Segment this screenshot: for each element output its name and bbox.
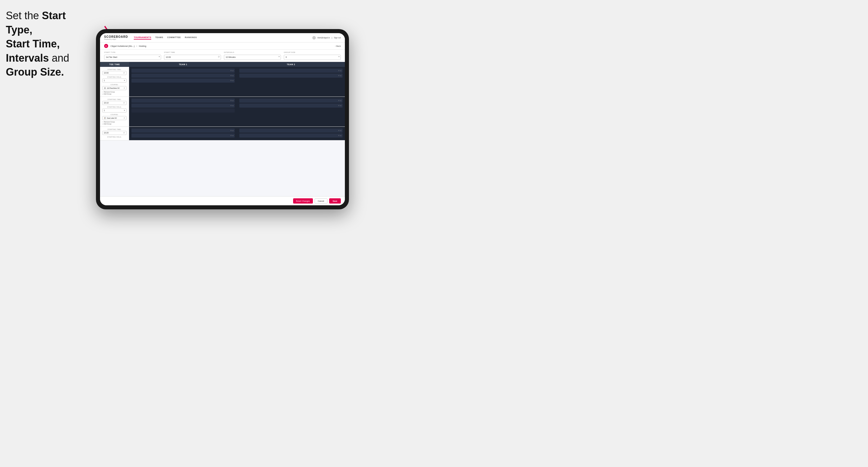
player-row: ✕ ▸	[131, 99, 235, 103]
user-avatar	[312, 36, 316, 39]
move-player-icon[interactable]: ▸	[341, 134, 341, 136]
left-panel-1: STARTING TIME: 10:00 ⏱ STARTING HOLE: 1 …	[100, 67, 129, 97]
nav-link-teams[interactable]: TEAMS	[155, 36, 163, 39]
move-player-icon[interactable]: ▸	[341, 69, 341, 71]
reset-changes-button[interactable]: Reset Changes	[293, 198, 313, 204]
save-button[interactable]: Save	[329, 198, 341, 204]
intervals-select[interactable]: 10 Minutes 8 Minutes 12 Minutes	[224, 55, 281, 60]
starting-time-value-3[interactable]: 10:20 ⏱	[102, 131, 126, 135]
start-type-label: Start Type	[104, 52, 161, 53]
main-content: STARTING TIME: 10:00 ⏱ STARTING HOLE: 1 …	[100, 67, 345, 196]
left-panel-2: STARTING TIME: 10:10 ⏱ STARTING HOLE: 1 …	[100, 97, 129, 126]
start-time-input-wrapper	[164, 54, 221, 60]
app-logo: C	[104, 44, 108, 48]
tablet-screen: SCOREBOARD Powered by clippd TOURNAMENTS…	[100, 33, 345, 205]
player-row: ✕ ▸	[239, 133, 343, 137]
remove-player-icon[interactable]: ✕	[338, 104, 340, 106]
team2-cell-1: ✕ ▸ ✕ ▸	[237, 67, 345, 97]
start-type-field: Start Type 1st Tee Start Shotgun Start	[104, 52, 161, 60]
course-icon-1: A	[104, 87, 106, 89]
settings-bar: Start Type 1st Tee Start Shotgun Start S…	[100, 50, 345, 62]
intervals-label: Intervals	[224, 52, 281, 53]
breadcrumb-bar: C Clippd Invitational (Mo...) > Hosting …	[100, 42, 345, 50]
player-row: ✕ ▸	[239, 103, 343, 107]
remove-group-2[interactable]: ○ Remove Group	[102, 121, 126, 123]
player-row: ✕ ▸	[131, 103, 235, 107]
remove-player-icon[interactable]: ✕	[230, 134, 232, 136]
remove-group-1[interactable]: ○ Remove Group	[102, 91, 126, 93]
nav-link-committee[interactable]: COMMITTEE	[167, 36, 181, 39]
starting-hole-value-1[interactable]: 1 ▾	[102, 79, 126, 83]
remove-player-icon[interactable]: ✕	[230, 74, 232, 76]
start-type-select-wrapper: 1st Tee Start Shotgun Start	[104, 54, 161, 60]
start-time-input[interactable]	[164, 55, 221, 60]
move-player-icon[interactable]: ▸	[232, 104, 234, 106]
course-tag-2: 🏌 East Lake GC ✕	[102, 116, 126, 120]
back-button[interactable]: ‹ Back	[335, 45, 341, 47]
intervals-select-wrapper: 10 Minutes 8 Minutes 12 Minutes	[224, 54, 281, 60]
move-player-icon[interactable]: ▸	[232, 134, 234, 136]
group-row: STARTING TIME: 10:10 ⏱ STARTING HOLE: 1 …	[100, 97, 345, 127]
hosting-label: Hosting	[139, 45, 146, 48]
start-type-select[interactable]: 1st Tee Start Shotgun Start	[104, 55, 161, 60]
logo-sub: Powered by clippd	[104, 38, 128, 40]
remove-player-icon[interactable]: ✕	[230, 99, 232, 101]
remove-player-icon[interactable]: ✕	[338, 129, 340, 131]
starting-hole-value-2[interactable]: 1 ▾	[102, 108, 126, 113]
group-size-label: Group Size	[284, 52, 341, 53]
group-size-input[interactable]	[284, 55, 341, 60]
course-remove-1[interactable]: ✕	[124, 87, 125, 89]
team2-cell-3: ✕ ▸ ✕ ▸	[237, 127, 345, 140]
player-row: ✕ ▸	[131, 73, 235, 77]
move-player-icon[interactable]: ▸	[341, 129, 341, 131]
remove-player-icon[interactable]: ✕	[338, 69, 340, 71]
move-player-icon[interactable]: ▸	[232, 80, 234, 82]
group-size-field: Group Size	[284, 52, 341, 60]
starting-time-label-1: STARTING TIME:	[102, 69, 126, 70]
remove-player-icon[interactable]: ✕	[230, 129, 232, 131]
starting-time-value-1[interactable]: 10:00 ⏱	[102, 71, 126, 75]
player-row: ✕ ▸	[131, 69, 235, 73]
col-team1: Team 1	[129, 62, 237, 67]
player-row: ✕ ▸	[131, 128, 235, 133]
col-team2: Team 2	[237, 62, 345, 67]
move-player-icon[interactable]: ▸	[232, 74, 234, 76]
action-links-2: ○ Remove Group + Add Group	[102, 121, 126, 125]
top-navigation: SCOREBOARD Powered by clippd TOURNAMENTS…	[100, 33, 345, 42]
remove-player-icon[interactable]: ✕	[230, 69, 232, 71]
group-size-stepper-wrapper	[284, 54, 341, 60]
remove-player-icon[interactable]: ✕	[230, 80, 232, 82]
course-remove-2[interactable]: ✕	[124, 117, 125, 119]
col-tee-time: Tee Time	[100, 62, 129, 67]
move-player-icon[interactable]: ▸	[232, 99, 234, 101]
starting-time-value-2[interactable]: 10:10 ⏱	[102, 101, 126, 105]
tournament-name[interactable]: Clippd Invitational (Mo...)	[111, 45, 135, 48]
remove-player-icon[interactable]: ✕	[338, 74, 340, 76]
sign-out-link[interactable]: Sign out	[334, 37, 341, 39]
player-row: ✕ ▸	[239, 69, 343, 73]
starting-time-label-3: STARTING TIME:	[102, 128, 126, 130]
remove-player-icon[interactable]: ✕	[338, 99, 340, 101]
logo-text: SCOREBOARD	[104, 35, 128, 38]
breadcrumb-sep: >	[136, 45, 137, 48]
user-email: blair@clippd.io	[317, 37, 330, 39]
move-player-icon[interactable]: ▸	[341, 99, 341, 101]
nav-link-rankings[interactable]: RANKINGS	[185, 36, 197, 39]
team1-cell-1: ✕ ▸ ✕ ▸ ✕ ▸	[129, 67, 237, 97]
player-row: ✕ ▸	[239, 128, 343, 133]
player-row: ✕ ▸	[239, 99, 343, 103]
move-player-icon[interactable]: ▸	[232, 69, 234, 71]
cancel-button[interactable]: Cancel	[315, 198, 328, 204]
remove-player-icon[interactable]: ✕	[230, 104, 232, 106]
start-time-label: Start Time	[164, 52, 221, 53]
nav-link-tournaments[interactable]: TOURNAMENTS	[134, 36, 151, 39]
starting-hole-label-3: STARTING HOLE:	[102, 136, 126, 138]
group-row: STARTING TIME: 10:20 ⏱ STARTING HOLE: ✕ …	[100, 127, 345, 141]
team1-cell-2: ✕ ▸ ✕ ▸	[129, 97, 237, 126]
move-player-icon[interactable]: ▸	[341, 104, 341, 106]
move-player-icon[interactable]: ▸	[341, 74, 341, 76]
add-group-2[interactable]: + Add Group	[102, 123, 126, 125]
add-group-1[interactable]: + Add Group	[102, 93, 126, 95]
move-player-icon[interactable]: ▸	[232, 129, 234, 131]
remove-player-icon[interactable]: ✕	[338, 134, 340, 136]
